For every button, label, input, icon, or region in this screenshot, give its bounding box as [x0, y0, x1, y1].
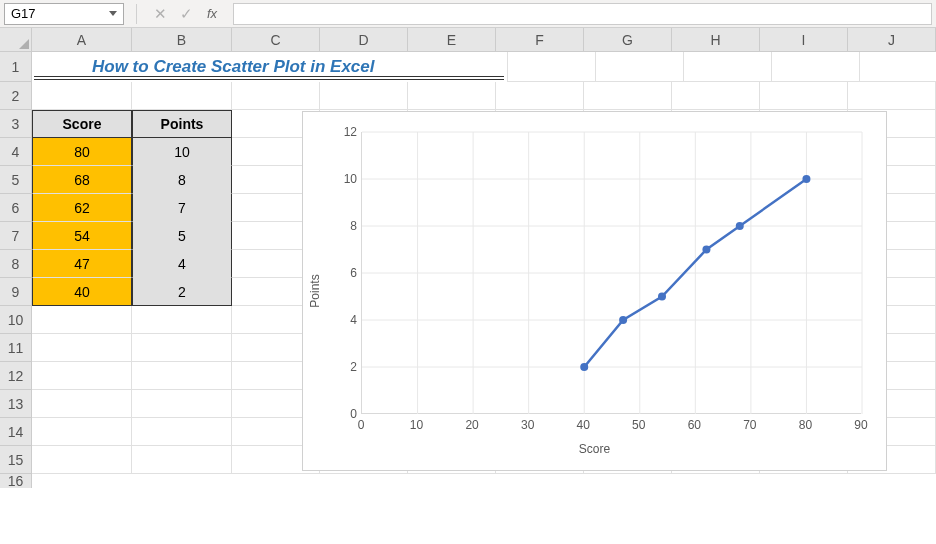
cell[interactable] — [132, 306, 232, 334]
cell[interactable] — [232, 82, 320, 110]
col-header-C[interactable]: C — [232, 28, 320, 52]
svg-point-16 — [619, 316, 627, 324]
row-2 — [32, 82, 936, 110]
formula-input[interactable] — [233, 3, 932, 25]
y-tick-label: 12 — [337, 125, 357, 139]
row-header-16[interactable]: 16 — [0, 474, 32, 488]
table-header-points[interactable]: Points — [132, 110, 232, 138]
row-header-15[interactable]: 15 — [0, 446, 32, 474]
row-header-7[interactable]: 7 — [0, 222, 32, 250]
table-cell-points[interactable]: 10 — [132, 138, 232, 166]
table-cell-points[interactable]: 2 — [132, 278, 232, 306]
cell[interactable] — [132, 418, 232, 446]
plot-area — [361, 132, 861, 414]
x-tick-label: 70 — [743, 418, 756, 432]
cell[interactable] — [320, 82, 408, 110]
col-header-J[interactable]: J — [848, 28, 936, 52]
cell[interactable] — [860, 52, 936, 82]
table-header-score[interactable]: Score — [32, 110, 132, 138]
x-tick-label: 50 — [632, 418, 645, 432]
cell[interactable] — [848, 82, 936, 110]
col-header-F[interactable]: F — [496, 28, 584, 52]
svg-point-17 — [658, 293, 666, 301]
fx-icon[interactable]: fx — [201, 3, 223, 25]
cell[interactable] — [32, 390, 132, 418]
col-header-D[interactable]: D — [320, 28, 408, 52]
cell[interactable] — [772, 52, 860, 82]
cell[interactable] — [596, 52, 684, 82]
row-header-11[interactable]: 11 — [0, 334, 32, 362]
y-tick-label: 0 — [337, 407, 357, 421]
cell[interactable] — [32, 334, 132, 362]
cell-reference: G17 — [11, 6, 36, 21]
col-header-A[interactable]: A — [32, 28, 132, 52]
col-header-E[interactable]: E — [408, 28, 496, 52]
cell[interactable] — [132, 362, 232, 390]
cell[interactable] — [508, 52, 596, 82]
x-tick-label: 30 — [521, 418, 534, 432]
cell[interactable] — [584, 82, 672, 110]
col-header-I[interactable]: I — [760, 28, 848, 52]
table-cell-points[interactable]: 4 — [132, 250, 232, 278]
row-header-8[interactable]: 8 — [0, 250, 32, 278]
cell[interactable] — [132, 446, 232, 474]
cell[interactable] — [760, 82, 848, 110]
cell[interactable] — [32, 82, 132, 110]
row-header-12[interactable]: 12 — [0, 362, 32, 390]
enter-icon[interactable]: ✓ — [175, 3, 197, 25]
table-cell-score[interactable]: 80 — [32, 138, 132, 166]
x-tick-label: 60 — [688, 418, 701, 432]
cell[interactable] — [672, 82, 760, 110]
row-header-6[interactable]: 6 — [0, 194, 32, 222]
chevron-down-icon[interactable] — [109, 11, 117, 16]
row-header-1[interactable]: 1 — [0, 52, 32, 82]
spreadsheet-grid: A B C D E F G H I J 1 2 3 4 5 6 7 8 9 10… — [0, 28, 936, 544]
row-header-10[interactable]: 10 — [0, 306, 32, 334]
cell[interactable] — [132, 334, 232, 362]
y-tick-label: 2 — [337, 360, 357, 374]
x-tick-label: 80 — [799, 418, 812, 432]
table-cell-score[interactable]: 62 — [32, 194, 132, 222]
cell[interactable] — [684, 52, 772, 82]
cell[interactable] — [32, 362, 132, 390]
row-header-9[interactable]: 9 — [0, 278, 32, 306]
table-cell-score[interactable]: 47 — [32, 250, 132, 278]
title-cell[interactable]: How to Create Scatter Plot in Excel — [32, 52, 508, 82]
row-header-3[interactable]: 3 — [0, 110, 32, 138]
select-all-button[interactable] — [0, 28, 32, 52]
embedded-chart[interactable]: Points Score 024681012 01020304050607080… — [302, 111, 887, 471]
svg-point-19 — [736, 222, 744, 230]
table-cell-points[interactable]: 5 — [132, 222, 232, 250]
col-header-G[interactable]: G — [584, 28, 672, 52]
cell[interactable] — [32, 446, 132, 474]
table-cell-score[interactable]: 54 — [32, 222, 132, 250]
separator — [136, 4, 137, 24]
x-tick-label: 20 — [465, 418, 478, 432]
cell[interactable] — [496, 82, 584, 110]
col-header-H[interactable]: H — [672, 28, 760, 52]
cell[interactable] — [132, 82, 232, 110]
title-underline — [34, 76, 504, 80]
table-cell-score[interactable]: 40 — [32, 278, 132, 306]
x-tick-label: 40 — [577, 418, 590, 432]
cell[interactable] — [32, 306, 132, 334]
svg-point-20 — [802, 175, 810, 183]
row-header-2[interactable]: 2 — [0, 82, 32, 110]
column-headers: A B C D E F G H I J — [32, 28, 936, 52]
table-cell-points[interactable]: 8 — [132, 166, 232, 194]
cell[interactable] — [408, 82, 496, 110]
col-header-B[interactable]: B — [132, 28, 232, 52]
table-cell-points[interactable]: 7 — [132, 194, 232, 222]
cell[interactable] — [132, 390, 232, 418]
y-tick-label: 10 — [337, 172, 357, 186]
cell[interactable] — [32, 418, 132, 446]
svg-point-18 — [702, 246, 710, 254]
table-cell-score[interactable]: 68 — [32, 166, 132, 194]
row-header-14[interactable]: 14 — [0, 418, 32, 446]
row-header-13[interactable]: 13 — [0, 390, 32, 418]
name-box[interactable]: G17 — [4, 3, 124, 25]
page-title: How to Create Scatter Plot in Excel — [92, 57, 374, 77]
cancel-icon[interactable]: ✕ — [149, 3, 171, 25]
row-header-4[interactable]: 4 — [0, 138, 32, 166]
row-header-5[interactable]: 5 — [0, 166, 32, 194]
